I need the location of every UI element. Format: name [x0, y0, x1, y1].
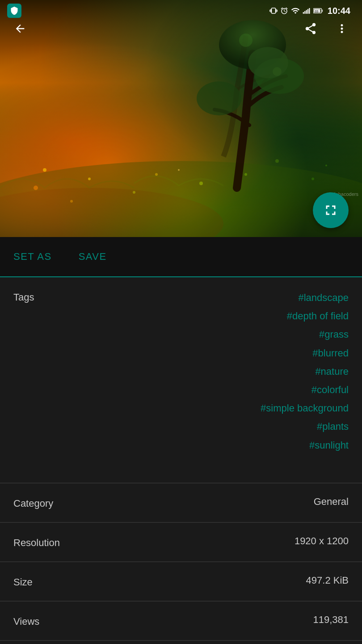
resolution-row: Resolution 1920 x 1200 — [0, 523, 362, 562]
wifi-icon — [291, 6, 300, 15]
views-value: 119,381 — [139, 614, 349, 626]
size-label: Size — [13, 575, 139, 588]
svg-text:03: 03 — [315, 10, 318, 13]
category-label: Category — [13, 496, 139, 509]
svg-rect-24 — [306, 10, 307, 14]
size-row: Size 497.2 KiB — [0, 562, 362, 601]
battery-icon: 03 — [313, 7, 323, 14]
expand-button[interactable] — [313, 192, 349, 228]
action-bar: SET AS SAVE — [0, 237, 362, 277]
hero-image-container: ©alphacoders — [0, 0, 362, 237]
top-navigation: 03 10:44 — [0, 0, 362, 36]
views-label: Views — [13, 614, 139, 627]
views-row: Views 119,381 — [0, 602, 362, 640]
tags-label: Tags — [13, 290, 139, 303]
tag-item[interactable]: #nature — [315, 364, 349, 379]
alarm-icon — [280, 7, 288, 15]
svg-rect-23 — [304, 11, 305, 14]
tags-container: #landscape#depth of field#grass#blurred#… — [139, 290, 349, 453]
resolution-value: 1920 x 1200 — [139, 535, 349, 547]
save-button[interactable]: SAVE — [79, 251, 107, 263]
svg-point-7 — [248, 47, 288, 78]
status-icons: 03 10:44 — [269, 6, 350, 16]
tag-item[interactable]: #simple background — [261, 400, 349, 416]
svg-point-6 — [197, 81, 241, 115]
tag-item[interactable]: #blurred — [312, 345, 349, 361]
category-row: Category General — [0, 483, 362, 522]
status-time: 10:44 — [328, 6, 350, 16]
tag-item[interactable]: #grass — [319, 326, 349, 342]
svg-rect-26 — [309, 8, 310, 14]
category-value: General — [139, 496, 349, 508]
resolution-label: Resolution — [13, 535, 139, 549]
info-table: Tags #landscape#depth of field#grass#blu… — [0, 277, 362, 644]
tag-item[interactable]: #colorful — [311, 382, 349, 398]
svg-rect-28 — [321, 9, 323, 12]
tag-item[interactable]: #depth of field — [287, 308, 349, 324]
size-value: 497.2 KiB — [139, 575, 349, 586]
tag-item[interactable]: #plants — [317, 419, 349, 434]
rating-row: Rating SFW — [0, 641, 362, 644]
set-as-button[interactable]: SET AS — [13, 251, 52, 263]
vibrate-icon — [269, 7, 278, 15]
tag-item[interactable]: #sunlight — [309, 437, 349, 453]
signal-icon — [303, 7, 311, 15]
svg-point-9 — [273, 67, 282, 76]
tag-item[interactable]: #landscape — [298, 290, 349, 305]
svg-rect-25 — [307, 9, 308, 14]
tags-row: Tags #landscape#depth of field#grass#blu… — [0, 277, 362, 483]
app-icon — [7, 4, 21, 18]
tree-decoration — [170, 18, 326, 197]
svg-rect-22 — [303, 12, 304, 14]
